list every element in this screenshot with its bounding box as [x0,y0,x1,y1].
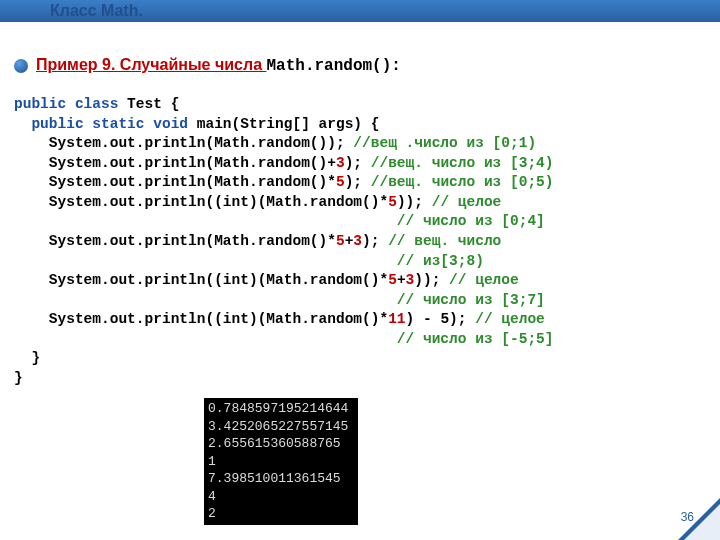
t: System.out.println((int)(Math.random()* [14,311,388,327]
slide-content: Пример 9. Случайные числа Math.random():… [14,56,706,388]
cm: // целое [449,272,519,288]
cm: // число из [-5;5] [14,331,554,347]
example-heading: Пример 9. Случайные числа Math.random(): [14,56,706,75]
n: 3 [336,155,345,171]
t: )); [414,272,449,288]
code-block: public class Test { public static void m… [14,95,706,388]
n: 3 [406,272,415,288]
n: 5 [336,174,345,190]
t: System.out.println(Math.random()* [14,174,336,190]
example-code: Math.random(): [266,57,400,75]
n: 3 [353,233,362,249]
cm: //вещ .число из [0;1) [353,135,536,151]
example-text: Пример 9. Случайные числа Math.random(): [36,56,401,75]
t: main(String[] args) { [188,116,379,132]
t: System.out.println((int)(Math.random()* [14,194,388,210]
cm: // целое [475,311,545,327]
cm: // число из [0;4] [14,213,545,229]
t: ) - 5); [406,311,476,327]
n: 5 [336,233,345,249]
cm: //вещ. число из [3;4) [371,155,554,171]
kw: public class [14,96,118,112]
t: System.out.println((int)(Math.random()* [14,272,388,288]
t: } [14,370,23,386]
out-line: 4 [208,489,216,504]
t: } [14,350,40,366]
out-line: 2 [208,506,216,521]
console-output: 0.7848597195214644 3.4252065227557145 2.… [204,398,358,525]
out-line: 3.4252065227557145 [208,419,348,434]
t: System.out.println(Math.random()* [14,233,336,249]
t: System.out.println(Math.random()+ [14,155,336,171]
t: System.out.println(Math.random()); [14,135,353,151]
out-line: 1 [208,454,216,469]
n: 5 [388,194,397,210]
cm: //вещ. число из [0;5) [371,174,554,190]
cm: // число из [3;7] [14,292,545,308]
n: 11 [388,311,405,327]
out-line: 7.398510011361545 [208,471,341,486]
out-line: 0.7848597195214644 [208,401,348,416]
t: ); [362,233,388,249]
t: Test { [118,96,179,112]
cm: // вещ. число [388,233,501,249]
bullet-icon [14,59,28,73]
example-label: Пример 9. Случайные числа [36,56,266,73]
page-curl-icon [678,498,720,540]
t: ); [345,155,371,171]
cm: // целое [432,194,502,210]
t: )); [397,194,432,210]
t: ); [345,174,371,190]
kw: public static void [14,116,188,132]
t: + [397,272,406,288]
slide-title: Класс Math. [50,2,143,20]
cm: // из[3;8) [14,253,484,269]
n: 5 [388,272,397,288]
out-line: 2.655615360588765 [208,436,341,451]
